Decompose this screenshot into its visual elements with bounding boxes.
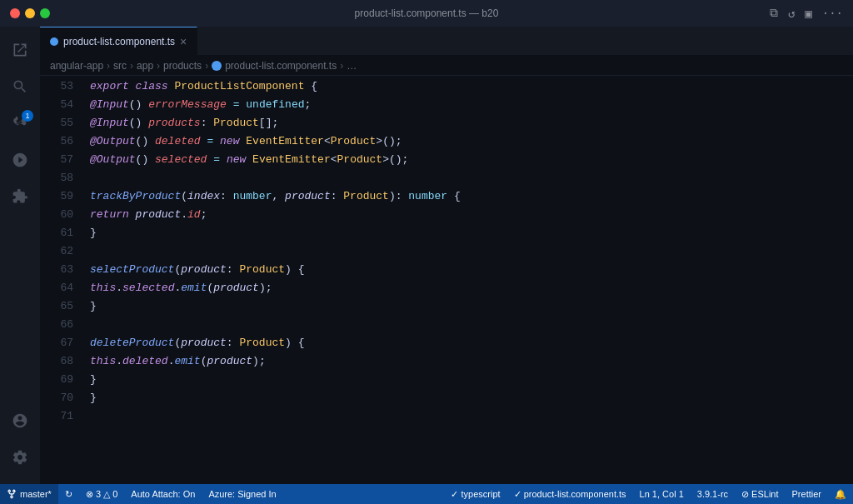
status-notification[interactable]: 🔔 xyxy=(828,489,853,500)
typescript-text: ✓ typescript xyxy=(451,489,500,500)
sidebar-item-account[interactable] xyxy=(3,404,37,437)
breadcrumb-part-5[interactable]: … xyxy=(347,60,357,72)
code-line-62 xyxy=(83,242,853,261)
tab-bar: product-list.component.ts × xyxy=(40,27,853,56)
eslint-text: ⊘ ESLint xyxy=(741,489,778,500)
code-line-64: this.selected.emit(product); xyxy=(83,279,853,297)
status-file[interactable]: ✓ product-list.component.ts xyxy=(507,489,633,500)
sidebar-item-settings[interactable] xyxy=(3,441,37,474)
file-text: ✓ product-list.component.ts xyxy=(514,489,626,500)
editor-content[interactable]: 53 54 55 56 57 58 59 60 61 62 63 64 65 6… xyxy=(40,76,853,484)
sidebar-item-search[interactable] xyxy=(3,70,37,103)
tab-close-button[interactable]: × xyxy=(180,36,187,47)
breadcrumb-sep-4: › xyxy=(340,60,343,72)
editor-container: product-list.component.ts × angular-app … xyxy=(40,27,853,484)
source-control-badge: 1 xyxy=(22,110,33,122)
azure-text: Azure: Signed In xyxy=(208,489,276,499)
breadcrumb-part-2[interactable]: app xyxy=(137,60,153,72)
breadcrumb-sep-1: › xyxy=(130,60,133,72)
warnings-text: ⊗ 3 △ 0 xyxy=(86,489,117,500)
split-editor-icon[interactable]: ⧉ xyxy=(770,7,778,20)
code-line-66 xyxy=(83,316,853,334)
more-icon[interactable]: ··· xyxy=(822,7,843,20)
titlebar-actions: ⧉ ↺ ▣ ··· xyxy=(770,7,843,21)
sidebar-item-debug[interactable] xyxy=(3,143,37,177)
sidebar-item-explorer[interactable] xyxy=(3,33,37,67)
tab-file-icon xyxy=(50,37,58,46)
status-eslint[interactable]: ⊘ ESLint xyxy=(735,489,785,500)
window-controls xyxy=(10,8,50,18)
code-line-67: deleteProduct(product: Product) { xyxy=(83,334,853,352)
breadcrumb-part-4[interactable]: product-list.component.ts xyxy=(225,60,337,72)
code-line-59: trackByProduct(index: number, product: P… xyxy=(83,187,853,206)
status-position[interactable]: Ln 1, Col 1 xyxy=(633,489,691,499)
close-button[interactable] xyxy=(10,8,20,18)
refresh-icon[interactable]: ↺ xyxy=(788,7,795,21)
status-auto-attach[interactable]: Auto Attach: On xyxy=(124,484,202,504)
code-line-55: @Input() products: Product[]; xyxy=(83,114,853,132)
minimize-button[interactable] xyxy=(25,8,35,18)
status-branch[interactable]: master* xyxy=(0,484,58,504)
code-line-54: @Input() errorMessage = undefined; xyxy=(83,96,853,114)
main-layout: 1 product-list xyxy=(0,27,853,484)
code-line-68: this.deleted.emit(product); xyxy=(83,352,853,371)
maximize-button[interactable] xyxy=(40,8,50,18)
breadcrumb-part-3[interactable]: products xyxy=(163,60,202,72)
active-tab[interactable]: product-list.component.ts × xyxy=(40,27,197,55)
position-text: Ln 1, Col 1 xyxy=(640,489,684,499)
status-version[interactable]: 3.9.1-rc xyxy=(691,489,735,499)
layout-icon[interactable]: ▣ xyxy=(805,7,811,21)
sidebar-item-extensions[interactable] xyxy=(3,180,37,213)
status-typescript[interactable]: ✓ typescript xyxy=(444,489,506,500)
breadcrumb-part-1[interactable]: src xyxy=(113,60,127,72)
auto-attach-text: Auto Attach: On xyxy=(131,489,195,499)
breadcrumb-sep-3: › xyxy=(205,60,208,72)
status-azure[interactable]: Azure: Signed In xyxy=(202,484,282,504)
branch-icon xyxy=(7,489,17,499)
code-line-57: @Output() selected = new EventEmitter<Pr… xyxy=(83,151,853,169)
code-line-58 xyxy=(83,169,853,187)
line-numbers: 53 54 55 56 57 58 59 60 61 62 63 64 65 6… xyxy=(40,76,83,484)
activity-bar: 1 xyxy=(0,27,40,484)
status-right: ✓ typescript ✓ product-list.component.ts… xyxy=(444,489,853,500)
code-line-65: } xyxy=(83,297,853,316)
code-line-71 xyxy=(83,407,853,426)
prettier-text: Prettier xyxy=(792,489,821,499)
breadcrumb: angular-app › src › app › products › pro… xyxy=(40,56,853,76)
breadcrumb-sep-0: › xyxy=(107,60,110,72)
code-line-61: } xyxy=(83,224,853,242)
status-warnings[interactable]: ⊗ 3 △ 0 xyxy=(79,484,124,504)
version-text: 3.9.1-rc xyxy=(697,489,728,499)
code-line-70: } xyxy=(83,389,853,407)
titlebar: product-list.component.ts — b20 ⧉ ↺ ▣ ··… xyxy=(0,0,853,27)
code-line-53: export class ProductListComponent { xyxy=(83,77,853,96)
code-line-60: return product.id; xyxy=(83,206,853,224)
code-line-56: @Output() deleted = new EventEmitter<Pro… xyxy=(83,132,853,151)
code-line-63: selectProduct(product: Product) { xyxy=(83,261,853,279)
tab-label: product-list.component.ts xyxy=(63,36,175,47)
status-bar: master* ↻ ⊗ 3 △ 0 Auto Attach: On Azure:… xyxy=(0,484,853,504)
sidebar-item-source-control[interactable]: 1 xyxy=(3,107,37,140)
status-prettier[interactable]: Prettier xyxy=(786,489,828,499)
breadcrumb-file-icon xyxy=(212,61,222,71)
sync-icon: ↻ xyxy=(65,489,72,500)
code-area[interactable]: export class ProductListComponent { @Inp… xyxy=(83,76,853,484)
notification-icon: 🔔 xyxy=(835,489,846,500)
status-sync[interactable]: ↻ xyxy=(58,484,79,504)
breadcrumb-part-0[interactable]: angular-app xyxy=(50,60,103,72)
code-line-69: } xyxy=(83,371,853,389)
window-title: product-list.component.ts — b20 xyxy=(355,7,499,19)
breadcrumb-sep-2: › xyxy=(157,60,160,72)
branch-name: master* xyxy=(20,489,52,499)
